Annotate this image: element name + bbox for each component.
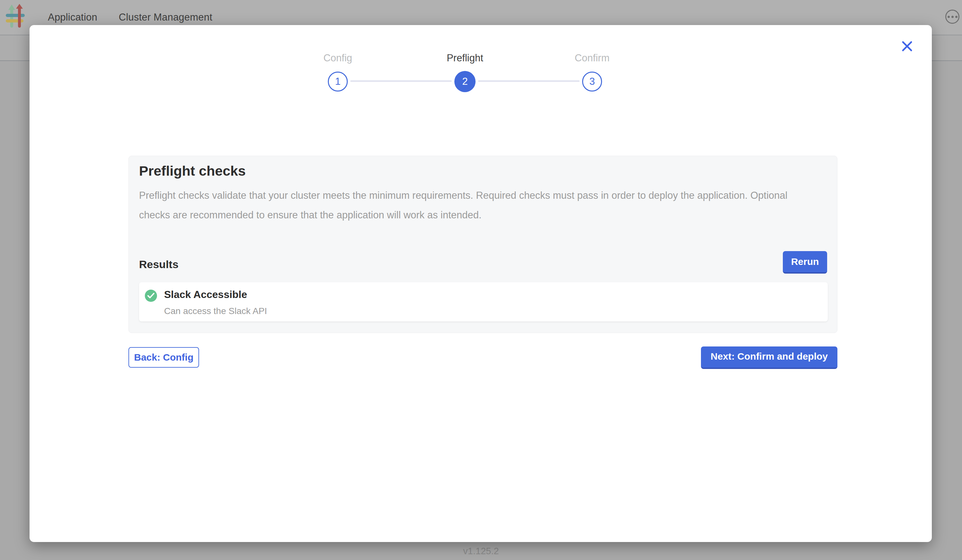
step-label: Confirm: [557, 52, 628, 65]
nav-tab-application[interactable]: Application: [48, 11, 97, 23]
step-config[interactable]: Config 1: [302, 52, 373, 92]
close-icon: [902, 41, 912, 52]
step-label: Config: [302, 52, 373, 65]
check-name: Slack Accessible: [164, 289, 247, 300]
overflow-menu-button[interactable]: [945, 10, 959, 24]
back-config-button[interactable]: Back: Config: [128, 347, 199, 368]
check-detail: Can access the Slack API: [164, 306, 267, 316]
step-confirm[interactable]: Confirm 3: [557, 52, 628, 92]
results-heading: Results: [139, 258, 179, 271]
nav-tab-cluster-management[interactable]: Cluster Management: [119, 11, 212, 23]
panel-title: Preflight checks: [139, 163, 245, 179]
rerun-button[interactable]: Rerun: [783, 251, 827, 274]
step-preflight[interactable]: Preflight 2: [429, 52, 500, 92]
step-label: Preflight: [429, 52, 500, 65]
app-logo: [6, 4, 26, 29]
step-number-circle[interactable]: 2: [454, 71, 476, 92]
preflight-wizard-modal: Config 1 Preflight 2 Confirm 3 Preflight…: [29, 25, 932, 542]
panel-description: Preflight checks validate that your clus…: [139, 186, 817, 225]
ellipsis-icon: [947, 16, 950, 18]
next-confirm-deploy-button[interactable]: Next: Confirm and deploy: [701, 347, 838, 369]
preflight-checks-panel: Preflight checks Preflight checks valida…: [128, 156, 838, 333]
check-pass-icon: [145, 290, 157, 302]
step-number-circle[interactable]: 3: [582, 72, 602, 92]
step-number-circle[interactable]: 1: [328, 72, 348, 92]
version-label: v1.125.2: [0, 546, 962, 557]
close-button[interactable]: [898, 37, 916, 55]
check-result-row: Slack Accessible Can access the Slack AP…: [139, 282, 828, 321]
